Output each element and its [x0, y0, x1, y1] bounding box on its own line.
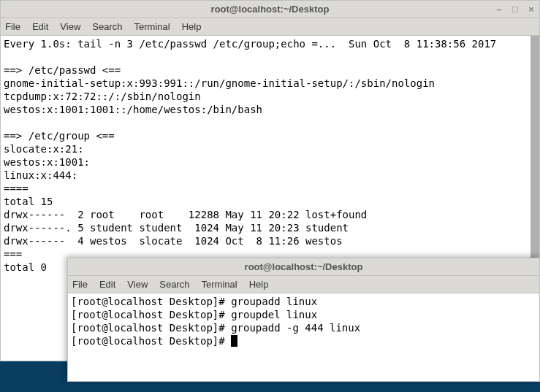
output-line: slocate:x:21: — [4, 142, 536, 155]
output-line: linux:x:444: — [4, 169, 536, 182]
output-line: westos:x:1001: — [4, 155, 536, 169]
terminal-window-front: root@localhost:~/Desktop File Edit View … — [67, 258, 540, 382]
terminal-output[interactable]: [root@localhost Desktop]# groupadd linux… — [68, 293, 539, 381]
menu-edit[interactable]: Edit — [32, 21, 48, 32]
minimize-icon[interactable]: – — [494, 4, 504, 15]
menu-terminal[interactable]: Terminal — [202, 279, 237, 290]
menu-view[interactable]: View — [60, 21, 80, 32]
output-line: ==== — [4, 182, 536, 195]
output-line: total 15 — [4, 195, 536, 208]
titlebar[interactable]: root@localhost:~/Desktop – □ × — [1, 1, 539, 18]
menu-help[interactable]: Help — [182, 21, 202, 32]
window-title: root@localhost:~/Desktop — [211, 4, 330, 15]
output-line: drwx------ 4 westos slocate 1024 Oct 8 1… — [4, 234, 536, 247]
window-controls: – □ × — [494, 4, 536, 15]
output-line: tcpdump:x:72:72::/:/sbin/nologin — [4, 90, 536, 103]
maximize-icon[interactable]: □ — [510, 4, 520, 15]
output-line: ==> /etc/passwd <== — [4, 64, 536, 77]
output-line: drwx------. 5 student student 1024 May 1… — [4, 221, 536, 234]
menu-view[interactable]: View — [127, 279, 148, 290]
output-line: ==> /etc/group <== — [4, 129, 536, 142]
output-line: Every 1.0s: tail -n 3 /etc/passwd /etc/g… — [4, 37, 536, 50]
command-line: [root@localhost Desktop]# groupdel linux — [71, 308, 536, 321]
window-title: root@localhost:~/Desktop — [245, 261, 363, 272]
menubar: File Edit View Search Terminal Help — [1, 18, 539, 36]
menu-help[interactable]: Help — [249, 279, 269, 290]
menu-search[interactable]: Search — [92, 21, 122, 32]
output-line: gnome-initial-setup:x:993:991::/run/gnom… — [4, 77, 536, 90]
prompt: [root@localhost Desktop]# — [71, 334, 231, 347]
titlebar[interactable]: root@localhost:~/Desktop — [68, 258, 539, 276]
current-prompt-line[interactable]: [root@localhost Desktop]# — [71, 334, 536, 347]
command-line: [root@localhost Desktop]# groupadd linux — [71, 295, 536, 308]
output-line — [4, 116, 536, 129]
output-line: westos:x:1001:1001::/home/westos:/bin/ba… — [4, 103, 536, 116]
cursor-icon — [231, 335, 237, 347]
menu-search[interactable]: Search — [159, 279, 189, 290]
command-line: [root@localhost Desktop]# groupadd -g 44… — [71, 321, 536, 334]
menu-terminal[interactable]: Terminal — [134, 21, 170, 32]
output-line — [4, 50, 536, 64]
menu-file[interactable]: File — [5, 21, 20, 32]
close-icon[interactable]: × — [526, 4, 536, 15]
menu-file[interactable]: File — [72, 279, 88, 290]
menu-edit[interactable]: Edit — [99, 279, 115, 290]
menubar: File Edit View Search Terminal Help — [68, 276, 539, 293]
output-line: drwx------ 2 root root 12288 May 11 20:2… — [4, 208, 536, 221]
